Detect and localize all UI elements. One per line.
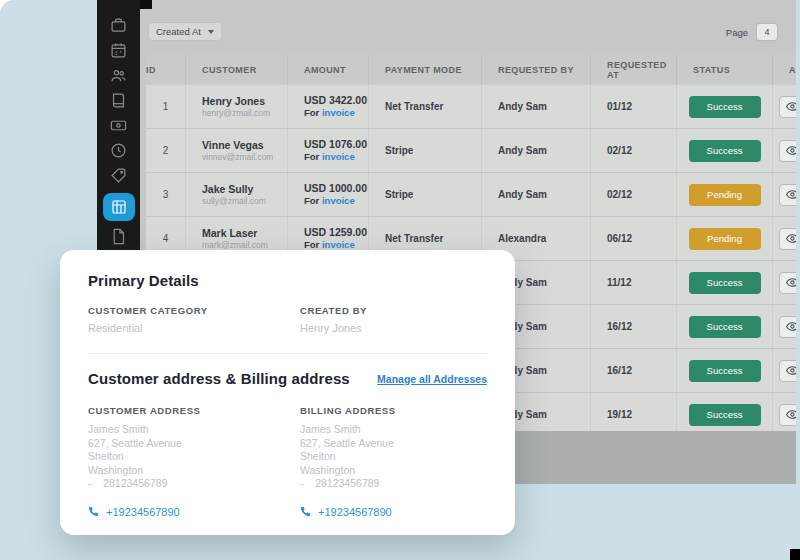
cell-payment-mode: Net Transfer [369, 85, 482, 128]
cell-for-label: For [304, 151, 319, 162]
created-by-field: CREATED BY Henry Jones [300, 305, 487, 334]
eye-icon [786, 232, 797, 245]
customer-category-label: CUSTOMER CATEGORY [88, 305, 300, 316]
active-item-highlight [103, 193, 135, 221]
chevron-down-icon [208, 30, 214, 34]
cell-requested-at: 16/12 [591, 305, 677, 348]
billing-address-label: BILLING ADDRESS [300, 405, 487, 416]
sidebar-item-notebook[interactable] [97, 88, 140, 113]
address-line: James Smith [300, 423, 487, 437]
table-row: 3 Jake Sullysully@zmail.com USD 1000.00F… [146, 173, 796, 217]
view-details-button[interactable] [779, 316, 796, 338]
cell-id: 2 [146, 129, 186, 172]
cell-payment-mode: Stripe [369, 173, 482, 216]
cell-requested-at: 11/12 [591, 261, 677, 304]
cell-id: 3 [146, 173, 186, 216]
created-at-filter-button[interactable]: Created At [148, 22, 222, 41]
billing-phone-link[interactable]: +19234567890 [300, 506, 487, 518]
sidebar-item-document[interactable] [97, 224, 140, 249]
customer-phone-number: +19234567890 [106, 506, 180, 518]
cell-amount: USD 1000.00 [304, 182, 368, 195]
cell-requested-by: Andy Sam [482, 129, 591, 172]
cell-requested-at: 16/12 [591, 349, 677, 392]
view-details-button[interactable] [779, 140, 796, 162]
invoice-link[interactable]: invoice [322, 107, 355, 118]
view-details-button[interactable] [779, 228, 796, 250]
cell-customer-name: Henry Jones [202, 95, 287, 108]
notebook-icon [110, 92, 127, 109]
cell-for-label: For [304, 239, 319, 250]
address-line: - 28123456789 [88, 477, 300, 491]
status-badge: Success [689, 140, 761, 162]
sidebar-item-tag[interactable] [97, 163, 140, 188]
eye-icon [786, 364, 797, 377]
status-badge: Success [689, 272, 761, 294]
eye-icon [786, 100, 797, 113]
calendar-icon [110, 42, 127, 59]
address-section-heading: Customer address & Billing address [88, 370, 350, 387]
sidebar-item-briefcase[interactable] [97, 13, 140, 38]
invoice-link[interactable]: invoice [322, 239, 355, 250]
status-badge: Pending [689, 228, 761, 250]
sidebar-item-users[interactable] [97, 63, 140, 88]
sidebar-item-calendar[interactable] [97, 38, 140, 63]
customer-phone-link[interactable]: +19234567890 [88, 506, 300, 518]
customer-category-value: Residential [88, 322, 300, 334]
table-row: 1 Henry Joneshenry@zmail.com USD 3422.00… [146, 85, 796, 129]
sidebar-item-banknote[interactable] [97, 113, 140, 138]
cell-requested-by: Andy Sam [482, 85, 591, 128]
cell-amount: USD 1076.00 [304, 138, 368, 151]
page-number-box[interactable]: 4 [756, 23, 778, 41]
view-details-button[interactable] [779, 272, 796, 294]
banknote-icon [110, 117, 127, 134]
cell-id: 1 [146, 85, 186, 128]
cell-amount: USD 1259.00 [304, 226, 368, 239]
corner-artifact [790, 549, 800, 560]
cell-customer-name: Mark Laser [202, 227, 287, 240]
eye-icon [786, 276, 797, 289]
cell-customer-name: Jake Sully [202, 183, 287, 196]
view-details-button[interactable] [779, 184, 796, 206]
status-badge: Success [689, 316, 761, 338]
cell-requested-at: 02/12 [591, 129, 677, 172]
address-line: Washington [300, 464, 487, 478]
eye-icon [786, 408, 797, 421]
sidebar-item-clock[interactable] [97, 138, 140, 163]
eye-icon [786, 188, 797, 201]
view-details-button[interactable] [779, 404, 796, 426]
view-details-button[interactable] [779, 360, 796, 382]
cell-for-label: For [304, 107, 319, 118]
cell-requested-at: 06/12 [591, 217, 677, 260]
status-badge: Success [689, 404, 761, 426]
address-line: 627, Seattle Avenue [88, 437, 300, 451]
cell-customer-name: Vinne Vegas [202, 139, 287, 152]
sidebar-item-payments-active[interactable] [97, 192, 140, 222]
tag-icon [110, 167, 127, 184]
cell-requested-by: Andy Sam [482, 173, 591, 216]
address-line: Shelton [88, 450, 300, 464]
col-header-requested-by: REQUESTED BY [482, 55, 591, 85]
cell-customer-email: henry@zmail.com [202, 108, 287, 119]
address-line: Washington [88, 464, 300, 478]
view-details-button[interactable] [779, 96, 796, 118]
page-label: Page [726, 27, 748, 38]
col-header-id: ID [146, 55, 186, 85]
col-header-payment-mode: PAYMENT MODE [369, 55, 482, 85]
table-row: 2 Vinne Vegasvinnev@zmail.com USD 1076.0… [146, 129, 796, 173]
address-line: Shelton [300, 450, 487, 464]
invoice-link[interactable]: invoice [322, 151, 355, 162]
manage-addresses-link[interactable]: Manage all Addresses [377, 373, 487, 385]
cell-payment-mode: Stripe [369, 129, 482, 172]
cell-customer-email: vinnev@zmail.com [202, 152, 287, 163]
created-by-label: CREATED BY [300, 305, 487, 316]
customer-address-label: CUSTOMER ADDRESS [88, 405, 300, 416]
table-icon [111, 199, 127, 215]
cell-customer-email: mark@zmail.com [202, 240, 287, 251]
invoice-link[interactable]: invoice [322, 195, 355, 206]
eye-icon [786, 144, 797, 157]
cell-requested-at: 01/12 [591, 85, 677, 128]
customer-category-field: CUSTOMER CATEGORY Residential [88, 305, 300, 334]
status-badge: Success [689, 360, 761, 382]
created-by-value: Henry Jones [300, 322, 487, 334]
status-badge: Success [689, 96, 761, 118]
